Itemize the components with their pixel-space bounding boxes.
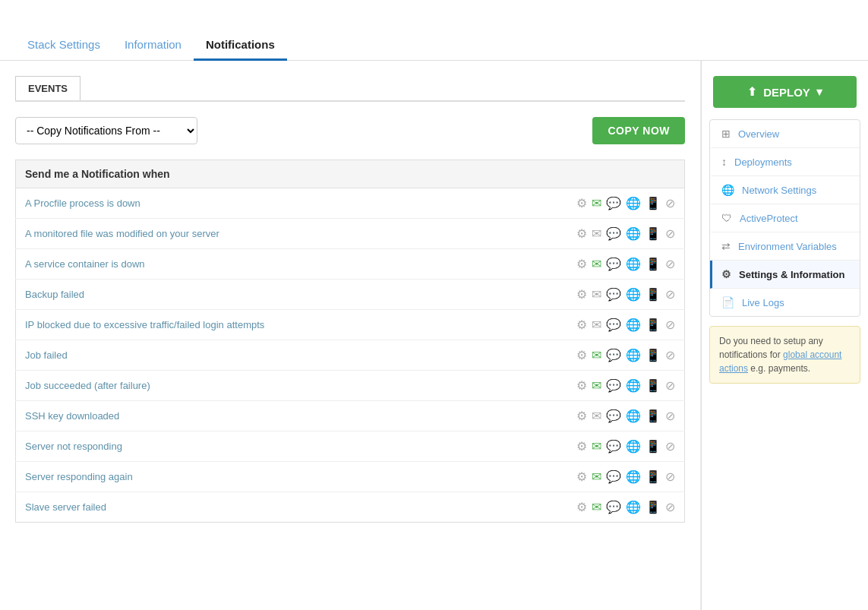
sidebar-item-settings---information[interactable]: ⚙Settings & Information [710,261,860,289]
ban-icon[interactable]: ⊘ [665,196,675,210]
events-tab[interactable]: EVENTS [15,76,80,100]
gear-icon[interactable]: ⚙ [576,500,587,514]
tab-notifications[interactable]: Notifications [194,30,287,61]
globe-icon[interactable]: 🌐 [626,287,641,302]
gear-icon[interactable]: ⚙ [576,469,587,484]
mobile-icon[interactable]: 📱 [645,348,661,362]
sidebar-navigation: ⊞Overview↕Deployments🌐Network Settings🛡A… [709,119,860,317]
email-icon[interactable]: ✉ [592,257,601,271]
globe-icon[interactable]: 🌐 [626,500,641,514]
mobile-icon[interactable]: 📱 [645,409,661,423]
table-row: SSH key downloaded⚙✉💬🌐📱⊘ [16,401,685,431]
notification-icons: ⚙✉💬🌐📱⊘ [475,492,684,523]
email-icon[interactable]: ✉ [592,409,601,423]
chat-icon[interactable]: 💬 [606,439,621,454]
nav-icon: ⊞ [721,128,731,140]
mobile-icon[interactable]: 📱 [645,469,661,484]
ban-icon[interactable]: ⊘ [665,409,675,423]
globe-icon[interactable]: 🌐 [626,378,641,393]
top-tab-bar: Stack Settings Information Notifications [0,0,868,61]
email-icon[interactable]: ✉ [592,378,601,393]
sidebar-item-activeprotect[interactable]: 🛡ActiveProtect [710,204,860,232]
info-text-after: e.g. payments. [748,363,810,374]
email-icon[interactable]: ✉ [592,500,601,514]
mobile-icon[interactable]: 📱 [645,257,661,271]
sidebar-item-overview[interactable]: ⊞Overview [710,120,860,148]
deploy-icon: ⬆ [747,85,757,99]
sidebar-item-deployments[interactable]: ↕Deployments [710,148,860,176]
chat-icon[interactable]: 💬 [606,318,621,332]
chat-icon[interactable]: 💬 [606,226,621,241]
chat-icon[interactable]: 💬 [606,500,621,514]
globe-icon[interactable]: 🌐 [626,257,641,271]
ban-icon[interactable]: ⊘ [665,348,675,362]
mobile-icon[interactable]: 📱 [645,378,661,393]
ban-icon[interactable]: ⊘ [665,469,675,484]
gear-icon[interactable]: ⚙ [576,348,587,362]
email-icon[interactable]: ✉ [592,318,601,332]
notification-icons: ⚙✉💬🌐📱⊘ [475,188,684,219]
gear-icon[interactable]: ⚙ [576,439,587,454]
mobile-icon[interactable]: 📱 [645,287,661,302]
gear-icon[interactable]: ⚙ [576,409,587,423]
ban-icon[interactable]: ⊘ [665,226,675,241]
sidebar-item-environment-variables[interactable]: ⇄Environment Variables [710,232,860,261]
notification-icons: ⚙✉💬🌐📱⊘ [475,431,684,462]
copy-notifications-bar: -- Copy Notifications From -- COPY NOW [15,117,685,144]
chat-icon[interactable]: 💬 [606,257,621,271]
table-row: Server responding again⚙✉💬🌐📱⊘ [16,462,685,492]
table-row: Server not responding⚙✉💬🌐📱⊘ [16,431,685,462]
email-icon[interactable]: ✉ [592,287,601,302]
table-row: Slave server failed⚙✉💬🌐📱⊘ [16,492,685,523]
mobile-icon[interactable]: 📱 [645,500,661,514]
globe-icon[interactable]: 🌐 [626,196,641,210]
sidebar-item-network-settings[interactable]: 🌐Network Settings [710,176,860,204]
ban-icon[interactable]: ⊘ [665,257,675,271]
ban-icon[interactable]: ⊘ [665,287,675,302]
gear-icon[interactable]: ⚙ [576,287,587,302]
gear-icon[interactable]: ⚙ [576,196,587,210]
ban-icon[interactable]: ⊘ [665,318,675,332]
info-box: Do you need to setup any notifications f… [709,326,860,384]
ban-icon[interactable]: ⊘ [665,378,675,393]
tab-stack-settings[interactable]: Stack Settings [15,30,112,61]
globe-icon[interactable]: 🌐 [626,469,641,484]
email-icon[interactable]: ✉ [592,439,601,454]
mobile-icon[interactable]: 📱 [645,439,661,454]
gear-icon[interactable]: ⚙ [576,226,587,241]
deploy-button[interactable]: ⬆ DEPLOY ▾ [713,76,857,108]
chat-icon[interactable]: 💬 [606,409,621,423]
chat-icon[interactable]: 💬 [606,287,621,302]
notification-icons: ⚙✉💬🌐📱⊘ [475,280,684,310]
copy-from-select[interactable]: -- Copy Notifications From -- [15,117,197,144]
notification-name: Server responding again [16,462,476,492]
table-row: IP blocked due to excessive traffic/fail… [16,310,685,340]
chat-icon[interactable]: 💬 [606,348,621,362]
tab-information[interactable]: Information [112,30,194,61]
chat-icon[interactable]: 💬 [606,196,621,210]
nav-icon: ⚙ [721,268,731,280]
chat-icon[interactable]: 💬 [606,378,621,393]
mobile-icon[interactable]: 📱 [645,196,661,210]
email-icon[interactable]: ✉ [592,226,601,241]
notification-name: Job failed [16,340,476,371]
globe-icon[interactable]: 🌐 [626,226,641,241]
gear-icon[interactable]: ⚙ [576,378,587,393]
copy-now-button[interactable]: COPY NOW [592,117,685,144]
email-icon[interactable]: ✉ [592,196,601,210]
mobile-icon[interactable]: 📱 [645,226,661,241]
email-icon[interactable]: ✉ [592,469,601,484]
globe-icon[interactable]: 🌐 [626,318,641,332]
sidebar-item-label: Settings & Information [739,269,844,280]
globe-icon[interactable]: 🌐 [626,348,641,362]
mobile-icon[interactable]: 📱 [645,318,661,332]
gear-icon[interactable]: ⚙ [576,257,587,271]
sidebar-item-live-logs[interactable]: 📄Live Logs [710,289,860,316]
gear-icon[interactable]: ⚙ [576,318,587,332]
ban-icon[interactable]: ⊘ [665,439,675,454]
globe-icon[interactable]: 🌐 [626,439,641,454]
email-icon[interactable]: ✉ [592,348,601,362]
globe-icon[interactable]: 🌐 [626,409,641,423]
ban-icon[interactable]: ⊘ [665,500,675,514]
chat-icon[interactable]: 💬 [606,469,621,484]
